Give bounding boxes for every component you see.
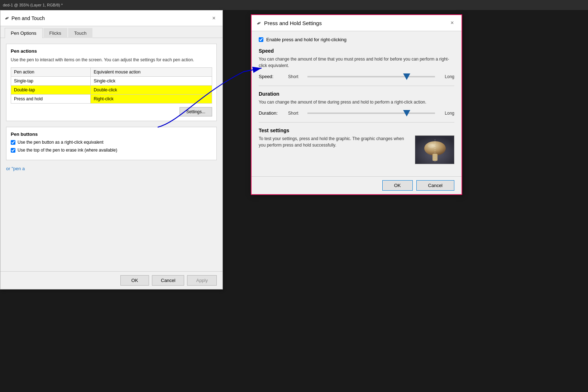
ph-speed-desc: You can change the amount of time that y… [259, 56, 454, 69]
divider-1 [259, 86, 454, 86]
pen-icon: ✒ [3, 14, 11, 22]
checkbox-erase-ink[interactable] [11, 148, 15, 153]
ph-footer: OK Cancel [252, 176, 462, 194]
svg-point-4 [428, 144, 435, 148]
ph-speed-slider-row: Speed: Short Long [259, 74, 454, 79]
pen-actions-title: Pen actions [11, 48, 212, 54]
checkbox-erase-ink-row: Use the top of the pen to erase ink (whe… [11, 148, 212, 153]
ph-test-desc: To test your settings, press and hold th… [259, 135, 409, 148]
tab-pen-options[interactable]: Pen Options [5, 28, 43, 38]
table-row: Single-tap Single-click [11, 77, 212, 86]
ph-duration-min: Short [288, 111, 302, 116]
app-title-text: ded-1 @ 355% (Layer 1, RGB/8) * [3, 3, 63, 7]
pen-actions-section: Pen actions Use the pen to interact with… [6, 44, 217, 121]
press-hold-dialog: ✒ Press and Hold Settings × Enable press… [251, 14, 462, 195]
row-singletap-action: Single-tap [11, 77, 91, 86]
checkbox-right-click-row: Use the pen button as a right-click equi… [11, 140, 212, 145]
checkbox-erase-ink-label: Use the top of the pen to erase ink (whe… [18, 148, 117, 153]
pen-touch-close-button[interactable]: × [210, 14, 218, 23]
ph-test-content: To test your settings, press and hold th… [259, 135, 454, 164]
ph-enable-label: Enable press and hold for right-clicking [266, 37, 346, 42]
pen-touch-footer: OK Cancel Apply [0, 271, 223, 289]
ph-title-bar: ✒ Press and Hold Settings × [252, 15, 462, 31]
ph-speed-section: Speed You can change the amount of time … [259, 48, 454, 79]
tab-flicks[interactable]: Flicks [43, 28, 67, 38]
table-row: Press and hold Right-click [11, 95, 212, 104]
tabs-bar: Pen Options Flicks Touch [0, 26, 223, 38]
ph-duration-max: Long [441, 111, 454, 116]
ph-duration-label: Duration: [259, 110, 284, 116]
app-title-bar: ded-1 @ 355% (Layer 1, RGB/8) * [0, 0, 588, 10]
ph-duration-thumb[interactable] [403, 110, 410, 116]
test-image-svg [415, 136, 454, 164]
checkbox-right-click-label: Use the pen button as a right-click equi… [18, 140, 103, 145]
ok-button[interactable]: OK [120, 275, 149, 286]
row-presshold-action: Press and hold [11, 95, 91, 104]
pen-touch-title-left: ✒ Pen and Touch [5, 15, 45, 21]
ph-speed-thumb[interactable] [403, 73, 410, 80]
pen-actions-desc: Use the pen to interact with items on th… [11, 57, 212, 63]
tab-touch[interactable]: Touch [68, 28, 93, 38]
ph-duration-track [307, 113, 435, 114]
background-text: or "pen a [6, 166, 217, 171]
ph-speed-max: Long [441, 74, 454, 79]
ph-close-button[interactable]: × [448, 19, 456, 27]
ph-duration-desc: You can change the amount of time during… [259, 99, 454, 105]
pen-touch-title-bar: ✒ Pen and Touch × [0, 10, 223, 26]
ph-test-section: Test settings To test your settings, pre… [259, 128, 454, 164]
ph-speed-title: Speed [259, 48, 454, 54]
ph-speed-label: Speed: [259, 74, 284, 79]
pen-buttons-title: Pen buttons [11, 132, 212, 137]
ph-cancel-button[interactable]: Cancel [416, 180, 454, 191]
col-pen-action: Pen action [11, 68, 91, 77]
ph-speed-track [307, 76, 435, 77]
row-doubletap-action: Double-tap [11, 86, 91, 95]
row-presshold-mouse: Right-click [91, 95, 212, 104]
ph-pen-icon: ✒ [255, 19, 263, 27]
ph-content: Enable press and hold for right-clicking… [252, 31, 462, 176]
ph-test-image[interactable] [415, 135, 454, 164]
row-doubletap-mouse: Double-click [91, 86, 212, 95]
ph-enable-checkbox[interactable] [259, 37, 263, 42]
col-mouse-action: Equivalent mouse action [91, 68, 212, 77]
pen-actions-table: Pen action Equivalent mouse action Singl… [11, 67, 212, 104]
divider-2 [259, 122, 454, 123]
settings-button[interactable]: Settings... [180, 107, 212, 116]
ph-duration-slider-row: Duration: Short Long [259, 110, 454, 116]
ph-speed-min: Short [288, 74, 302, 79]
ph-title-left: ✒ Press and Hold Settings [257, 20, 322, 27]
row-singletap-mouse: Single-click [91, 77, 212, 86]
pen-buttons-section: Pen buttons Use the pen button as a righ… [6, 127, 217, 160]
table-row: Double-tap Double-click [11, 86, 212, 95]
checkbox-right-click[interactable] [11, 140, 15, 145]
apply-button[interactable]: Apply [187, 275, 217, 286]
ph-enable-checkbox-row: Enable press and hold for right-clicking [259, 37, 454, 42]
ph-ok-button[interactable]: OK [382, 180, 413, 191]
pen-touch-content: Pen actions Use the pen to interact with… [0, 38, 223, 271]
ph-duration-section: Duration You can change the amount of ti… [259, 91, 454, 116]
pen-touch-title: Pen and Touch [11, 15, 45, 21]
pen-touch-dialog: ✒ Pen and Touch × Pen Options Flicks Tou… [0, 10, 223, 290]
ph-duration-title: Duration [259, 91, 454, 97]
settings-btn-row: Settings... [11, 107, 212, 116]
ph-test-title: Test settings [259, 128, 454, 133]
ph-title: Press and Hold Settings [264, 20, 322, 26]
cancel-button[interactable]: Cancel [152, 275, 184, 286]
